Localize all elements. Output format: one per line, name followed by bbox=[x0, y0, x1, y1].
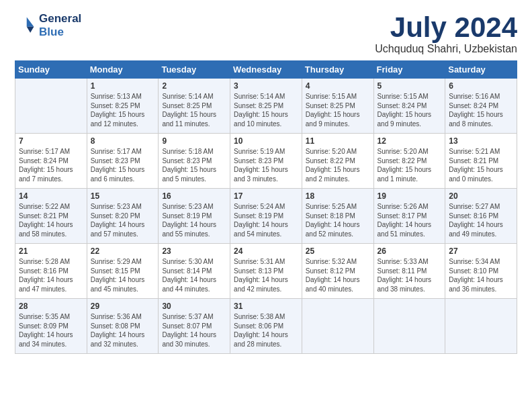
day-info: Sunrise: 5:32 AM Sunset: 8:12 PM Dayligh… bbox=[306, 257, 370, 293]
calendar-cell: 29Sunrise: 5:36 AM Sunset: 8:08 PM Dayli… bbox=[87, 299, 159, 354]
day-number: 30 bbox=[162, 302, 226, 311]
calendar-cell: 14Sunrise: 5:22 AM Sunset: 8:21 PM Dayli… bbox=[15, 189, 87, 244]
day-number: 13 bbox=[449, 136, 513, 146]
col-header-tuesday: Tuesday bbox=[159, 61, 230, 79]
day-info: Sunrise: 5:22 AM Sunset: 8:21 PM Dayligh… bbox=[19, 202, 83, 238]
col-header-thursday: Thursday bbox=[302, 61, 373, 79]
header: General Blue July 2024 Uchquduq Shahri, … bbox=[15, 12, 517, 55]
calendar-cell: 11Sunrise: 5:20 AM Sunset: 8:22 PM Dayli… bbox=[302, 134, 373, 189]
day-info: Sunrise: 5:38 AM Sunset: 8:06 PM Dayligh… bbox=[234, 312, 298, 349]
logo-text: General Blue bbox=[39, 12, 81, 39]
day-info: Sunrise: 5:28 AM Sunset: 8:16 PM Dayligh… bbox=[19, 257, 83, 293]
week-row-1: 1Sunrise: 5:13 AM Sunset: 8:25 PM Daylig… bbox=[15, 79, 517, 134]
svg-marker-0 bbox=[27, 17, 34, 27]
day-number: 16 bbox=[162, 191, 226, 201]
logo-icon bbox=[15, 15, 36, 36]
day-info: Sunrise: 5:35 AM Sunset: 8:09 PM Dayligh… bbox=[19, 312, 83, 349]
calendar-cell: 6Sunrise: 5:16 AM Sunset: 8:24 PM Daylig… bbox=[445, 79, 517, 134]
calendar-cell: 30Sunrise: 5:37 AM Sunset: 8:07 PM Dayli… bbox=[159, 299, 230, 354]
col-header-sunday: Sunday bbox=[15, 61, 87, 79]
day-number: 19 bbox=[378, 191, 442, 201]
calendar-cell: 8Sunrise: 5:17 AM Sunset: 8:23 PM Daylig… bbox=[87, 134, 159, 189]
calendar-cell: 13Sunrise: 5:21 AM Sunset: 8:21 PM Dayli… bbox=[445, 134, 517, 189]
day-info: Sunrise: 5:29 AM Sunset: 8:15 PM Dayligh… bbox=[91, 257, 155, 293]
calendar-cell: 2Sunrise: 5:14 AM Sunset: 8:25 PM Daylig… bbox=[159, 79, 230, 134]
day-number: 9 bbox=[162, 136, 226, 146]
day-number: 31 bbox=[234, 302, 298, 311]
day-number: 22 bbox=[91, 246, 155, 256]
day-info: Sunrise: 5:20 AM Sunset: 8:22 PM Dayligh… bbox=[378, 147, 442, 183]
calendar-cell: 19Sunrise: 5:26 AM Sunset: 8:17 PM Dayli… bbox=[373, 189, 445, 244]
day-number: 7 bbox=[19, 136, 83, 146]
day-info: Sunrise: 5:21 AM Sunset: 8:21 PM Dayligh… bbox=[449, 147, 513, 183]
day-info: Sunrise: 5:25 AM Sunset: 8:18 PM Dayligh… bbox=[306, 202, 370, 238]
calendar-cell: 23Sunrise: 5:30 AM Sunset: 8:14 PM Dayli… bbox=[159, 244, 230, 299]
day-info: Sunrise: 5:27 AM Sunset: 8:16 PM Dayligh… bbox=[449, 202, 513, 238]
day-info: Sunrise: 5:26 AM Sunset: 8:17 PM Dayligh… bbox=[378, 202, 442, 238]
day-number: 29 bbox=[91, 302, 155, 311]
day-info: Sunrise: 5:37 AM Sunset: 8:07 PM Dayligh… bbox=[162, 312, 226, 349]
calendar-cell: 9Sunrise: 5:18 AM Sunset: 8:23 PM Daylig… bbox=[159, 134, 230, 189]
day-info: Sunrise: 5:16 AM Sunset: 8:24 PM Dayligh… bbox=[449, 92, 513, 128]
day-info: Sunrise: 5:30 AM Sunset: 8:14 PM Dayligh… bbox=[162, 257, 226, 293]
calendar-cell bbox=[445, 299, 517, 354]
day-info: Sunrise: 5:14 AM Sunset: 8:25 PM Dayligh… bbox=[234, 92, 298, 128]
day-info: Sunrise: 5:33 AM Sunset: 8:11 PM Dayligh… bbox=[378, 257, 442, 293]
calendar-cell bbox=[373, 299, 445, 354]
day-info: Sunrise: 5:36 AM Sunset: 8:08 PM Dayligh… bbox=[91, 312, 155, 349]
calendar-cell: 16Sunrise: 5:23 AM Sunset: 8:19 PM Dayli… bbox=[159, 189, 230, 244]
title-block: July 2024 Uchquduq Shahri, Uzbekistan bbox=[375, 12, 517, 55]
day-info: Sunrise: 5:17 AM Sunset: 8:23 PM Dayligh… bbox=[91, 147, 155, 183]
day-info: Sunrise: 5:23 AM Sunset: 8:19 PM Dayligh… bbox=[162, 202, 226, 238]
calendar-cell: 7Sunrise: 5:17 AM Sunset: 8:24 PM Daylig… bbox=[15, 134, 87, 189]
calendar-cell: 5Sunrise: 5:15 AM Sunset: 8:24 PM Daylig… bbox=[373, 79, 445, 134]
day-number: 23 bbox=[162, 246, 226, 256]
calendar-cell: 25Sunrise: 5:32 AM Sunset: 8:12 PM Dayli… bbox=[302, 244, 373, 299]
day-number: 25 bbox=[306, 246, 370, 256]
location-title: Uchquduq Shahri, Uzbekistan bbox=[375, 43, 517, 55]
calendar-cell: 15Sunrise: 5:23 AM Sunset: 8:20 PM Dayli… bbox=[87, 189, 159, 244]
calendar-cell: 12Sunrise: 5:20 AM Sunset: 8:22 PM Dayli… bbox=[373, 134, 445, 189]
day-info: Sunrise: 5:19 AM Sunset: 8:23 PM Dayligh… bbox=[234, 147, 298, 183]
day-info: Sunrise: 5:23 AM Sunset: 8:20 PM Dayligh… bbox=[91, 202, 155, 238]
calendar-cell: 4Sunrise: 5:15 AM Sunset: 8:25 PM Daylig… bbox=[302, 79, 373, 134]
day-info: Sunrise: 5:31 AM Sunset: 8:13 PM Dayligh… bbox=[234, 257, 298, 293]
calendar-cell: 1Sunrise: 5:13 AM Sunset: 8:25 PM Daylig… bbox=[87, 79, 159, 134]
svg-marker-1 bbox=[27, 27, 34, 33]
day-info: Sunrise: 5:14 AM Sunset: 8:25 PM Dayligh… bbox=[162, 92, 226, 128]
calendar-cell bbox=[15, 79, 87, 134]
calendar-cell: 21Sunrise: 5:28 AM Sunset: 8:16 PM Dayli… bbox=[15, 244, 87, 299]
day-number: 1 bbox=[91, 81, 155, 91]
day-number: 8 bbox=[91, 136, 155, 146]
day-number: 21 bbox=[19, 246, 83, 256]
calendar-cell: 17Sunrise: 5:24 AM Sunset: 8:19 PM Dayli… bbox=[230, 189, 302, 244]
day-number: 6 bbox=[449, 81, 513, 91]
col-header-monday: Monday bbox=[87, 61, 159, 79]
col-header-friday: Friday bbox=[373, 61, 445, 79]
calendar-cell: 28Sunrise: 5:35 AM Sunset: 8:09 PM Dayli… bbox=[15, 299, 87, 354]
day-number: 12 bbox=[378, 136, 442, 146]
calendar-cell: 26Sunrise: 5:33 AM Sunset: 8:11 PM Dayli… bbox=[373, 244, 445, 299]
calendar-cell: 24Sunrise: 5:31 AM Sunset: 8:13 PM Dayli… bbox=[230, 244, 302, 299]
calendar-cell: 22Sunrise: 5:29 AM Sunset: 8:15 PM Dayli… bbox=[87, 244, 159, 299]
day-info: Sunrise: 5:24 AM Sunset: 8:19 PM Dayligh… bbox=[234, 202, 298, 238]
day-info: Sunrise: 5:15 AM Sunset: 8:24 PM Dayligh… bbox=[378, 92, 442, 128]
calendar-table: SundayMondayTuesdayWednesdayThursdayFrid… bbox=[15, 60, 517, 354]
day-info: Sunrise: 5:17 AM Sunset: 8:24 PM Dayligh… bbox=[19, 147, 83, 183]
day-info: Sunrise: 5:20 AM Sunset: 8:22 PM Dayligh… bbox=[306, 147, 370, 183]
day-number: 17 bbox=[234, 191, 298, 201]
calendar-cell: 18Sunrise: 5:25 AM Sunset: 8:18 PM Dayli… bbox=[302, 189, 373, 244]
day-number: 20 bbox=[449, 191, 513, 201]
month-title: July 2024 bbox=[375, 12, 517, 43]
page: General Blue July 2024 Uchquduq Shahri, … bbox=[0, 0, 532, 362]
week-row-5: 28Sunrise: 5:35 AM Sunset: 8:09 PM Dayli… bbox=[15, 299, 517, 354]
calendar-cell: 10Sunrise: 5:19 AM Sunset: 8:23 PM Dayli… bbox=[230, 134, 302, 189]
day-number: 10 bbox=[234, 136, 298, 146]
day-number: 3 bbox=[234, 81, 298, 91]
day-number: 27 bbox=[449, 246, 513, 256]
day-number: 24 bbox=[234, 246, 298, 256]
day-number: 11 bbox=[306, 136, 370, 146]
day-info: Sunrise: 5:34 AM Sunset: 8:10 PM Dayligh… bbox=[449, 257, 513, 293]
day-number: 14 bbox=[19, 191, 83, 201]
calendar-cell: 27Sunrise: 5:34 AM Sunset: 8:10 PM Dayli… bbox=[445, 244, 517, 299]
